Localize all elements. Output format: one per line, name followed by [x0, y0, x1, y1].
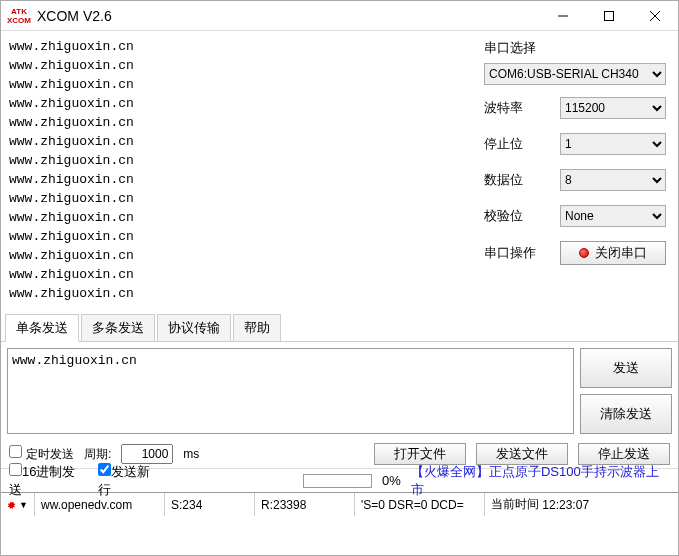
period-unit: ms — [183, 447, 199, 461]
timed-send-checkbox[interactable]: 定时发送 — [9, 445, 74, 463]
port-toggle-button[interactable]: 关闭串口 — [560, 241, 666, 265]
parity-select[interactable]: None — [560, 205, 666, 227]
status-line: 'S=0 DSR=0 DCD= — [355, 493, 485, 516]
progress-percent: 0% — [382, 473, 401, 488]
clear-send-button[interactable]: 清除发送 — [580, 394, 672, 434]
send-textarea[interactable]: www.zhiguoxin.cn — [7, 348, 574, 434]
send-button[interactable]: 发送 — [580, 348, 672, 388]
progress-bar — [303, 474, 373, 488]
port-select[interactable]: COM6:USB-SERIAL CH340 — [484, 63, 666, 85]
stopbit-select[interactable]: 1 — [560, 133, 666, 155]
titlebar: ATK XCOM XCOM V2.6 — [1, 1, 678, 31]
close-button[interactable] — [632, 1, 678, 31]
gear-icon[interactable] — [7, 498, 17, 512]
baud-label: 波特率 — [484, 99, 560, 117]
maximize-button[interactable] — [586, 1, 632, 31]
svg-rect-1 — [605, 11, 614, 20]
serial-config-panel: 串口选择 COM6:USB-SERIAL CH340 波特率115200 停止位… — [478, 31, 678, 316]
receive-textarea[interactable]: www.zhiguoxin.cn www.zhiguoxin.cn www.zh… — [1, 31, 478, 316]
status-bar: ▼ ww.openedv.com S:234 R:23398 'S=0 DSR=… — [1, 492, 678, 516]
tab-multi-send[interactable]: 多条发送 — [81, 314, 155, 341]
databit-label: 数据位 — [484, 171, 560, 189]
parity-label: 校验位 — [484, 207, 560, 225]
send-tabs: 单条发送 多条发送 协议传输 帮助 — [1, 316, 678, 342]
tab-help[interactable]: 帮助 — [233, 314, 281, 341]
window-title: XCOM V2.6 — [37, 8, 540, 24]
period-label: 周期: — [84, 446, 111, 463]
tab-protocol[interactable]: 协议传输 — [157, 314, 231, 341]
port-op-label: 串口操作 — [484, 244, 560, 262]
status-time-value: 12:23:07 — [542, 498, 589, 512]
port-label: 串口选择 — [484, 39, 666, 57]
stopbit-label: 停止位 — [484, 135, 560, 153]
baud-select[interactable]: 115200 — [560, 97, 666, 119]
status-time-label: 当前时间 — [491, 496, 539, 513]
minimize-button[interactable] — [540, 1, 586, 31]
status-sent: S:234 — [165, 493, 255, 516]
app-logo: ATK XCOM — [7, 6, 31, 26]
status-recv: R:23398 — [255, 493, 355, 516]
period-input[interactable] — [121, 444, 173, 464]
port-status-icon — [579, 248, 589, 258]
status-url[interactable]: ww.openedv.com — [35, 493, 165, 516]
dropdown-icon[interactable]: ▼ — [19, 500, 28, 510]
databit-select[interactable]: 8 — [560, 169, 666, 191]
tab-single-send[interactable]: 单条发送 — [5, 314, 79, 342]
